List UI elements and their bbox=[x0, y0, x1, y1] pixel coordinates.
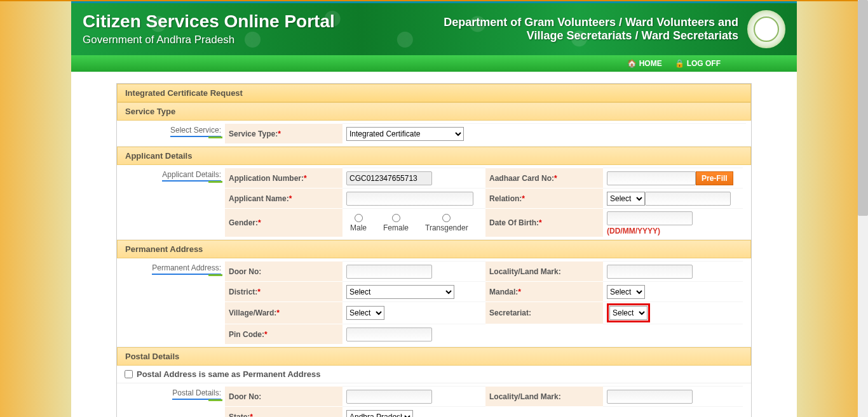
portal-title: Citizen Services Online Portal bbox=[83, 11, 335, 32]
perm-door-input[interactable] bbox=[346, 265, 432, 279]
appl-name-input[interactable] bbox=[346, 192, 473, 206]
app-no-input bbox=[346, 171, 432, 185]
gender-male[interactable]: Male bbox=[350, 214, 367, 232]
service-type-label: Service Type:* bbox=[229, 129, 281, 138]
perm-header: Permanent Address bbox=[117, 240, 751, 258]
nav-bar: 🏠HOME 🔒LOG OFF bbox=[71, 55, 797, 72]
perm-village-select[interactable]: Select bbox=[346, 306, 384, 320]
dob-input[interactable] bbox=[607, 211, 693, 225]
applicant-side: Applicant Details: bbox=[162, 170, 221, 182]
postal-same-checkbox[interactable] bbox=[125, 370, 133, 378]
relation-name-input[interactable] bbox=[645, 192, 731, 206]
aadhaar-input[interactable] bbox=[607, 171, 696, 185]
gender-label: Gender:* bbox=[229, 218, 261, 227]
app-no-label: Application Number:* bbox=[229, 174, 307, 183]
header-banner: Citizen Services Online Portal Governmen… bbox=[71, 3, 797, 55]
highlight-box: Select bbox=[607, 303, 650, 322]
applicant-header: Applicant Details bbox=[117, 147, 751, 165]
scrollbar[interactable] bbox=[858, 0, 868, 417]
perm-mandal-select[interactable]: Select bbox=[607, 285, 645, 299]
nav-logoff[interactable]: 🔒LOG OFF bbox=[675, 59, 721, 68]
home-icon: 🏠 bbox=[627, 59, 637, 68]
perm-secretariat-label: Secretariat: bbox=[489, 308, 531, 317]
service-type-select[interactable]: Integrated Certificate bbox=[346, 127, 464, 141]
govt-logo-icon bbox=[747, 10, 785, 48]
dob-hint: (DD/MM/YYYY) bbox=[607, 227, 660, 235]
perm-locality-label: Locality/Land Mark: bbox=[489, 267, 561, 276]
postal-state-select[interactable]: Andhra Pradesh bbox=[346, 410, 413, 418]
postal-side: Postal Details: bbox=[172, 388, 221, 400]
form-container: Integrated Certificate Request Service T… bbox=[116, 83, 752, 417]
perm-door-label: Door No: bbox=[229, 267, 261, 276]
perm-side: Permanent Address: bbox=[152, 263, 221, 275]
relation-select[interactable]: Select bbox=[607, 192, 645, 206]
prefill-button[interactable]: Pre-Fill bbox=[696, 171, 733, 185]
lock-icon: 🔒 bbox=[675, 59, 684, 68]
perm-pincode-input[interactable] bbox=[346, 328, 432, 341]
postal-locality-label: Locality/Land Mark: bbox=[489, 392, 561, 401]
perm-district-select[interactable]: Select bbox=[346, 285, 454, 299]
postal-same-label: Postal Address is same as Permanent Addr… bbox=[137, 369, 321, 379]
postal-state-label: State:* bbox=[229, 413, 253, 418]
postal-header: Postal Details bbox=[117, 347, 751, 366]
postal-door-label: Door No: bbox=[229, 392, 261, 401]
dept-line2: Village Secretariats / Ward Secretariats bbox=[444, 29, 738, 43]
perm-secretariat-select[interactable]: Select bbox=[609, 306, 648, 320]
nav-home[interactable]: 🏠HOME bbox=[627, 59, 662, 68]
gender-trans[interactable]: Transgender bbox=[425, 214, 468, 232]
dob-label: Date Of Birth:* bbox=[489, 218, 542, 227]
postal-locality-input[interactable] bbox=[607, 390, 693, 404]
perm-locality-input[interactable] bbox=[607, 265, 693, 279]
aadhaar-label: Aadhaar Card No:* bbox=[489, 174, 557, 183]
perm-district-label: District:* bbox=[229, 288, 261, 296]
relation-label: Relation:* bbox=[489, 194, 525, 203]
dept-line1: Department of Gram Volunteers / Ward Vol… bbox=[444, 16, 738, 29]
service-type-header: Service Type bbox=[117, 102, 751, 121]
perm-mandal-label: Mandal:* bbox=[489, 288, 521, 296]
perm-village-label: Village/Ward:* bbox=[229, 308, 280, 317]
perm-pincode-label: Pin Code:* bbox=[229, 330, 268, 339]
gender-female[interactable]: Female bbox=[383, 214, 409, 232]
scrollbar-thumb[interactable] bbox=[858, 0, 868, 216]
portal-subtitle: Government of Andhra Pradesh bbox=[83, 34, 335, 46]
page-title: Integrated Certificate Request bbox=[117, 84, 751, 102]
appl-name-label: Applicant Name:* bbox=[229, 194, 292, 203]
postal-door-input[interactable] bbox=[346, 390, 432, 404]
select-service-side: Select Service: bbox=[170, 126, 221, 137]
